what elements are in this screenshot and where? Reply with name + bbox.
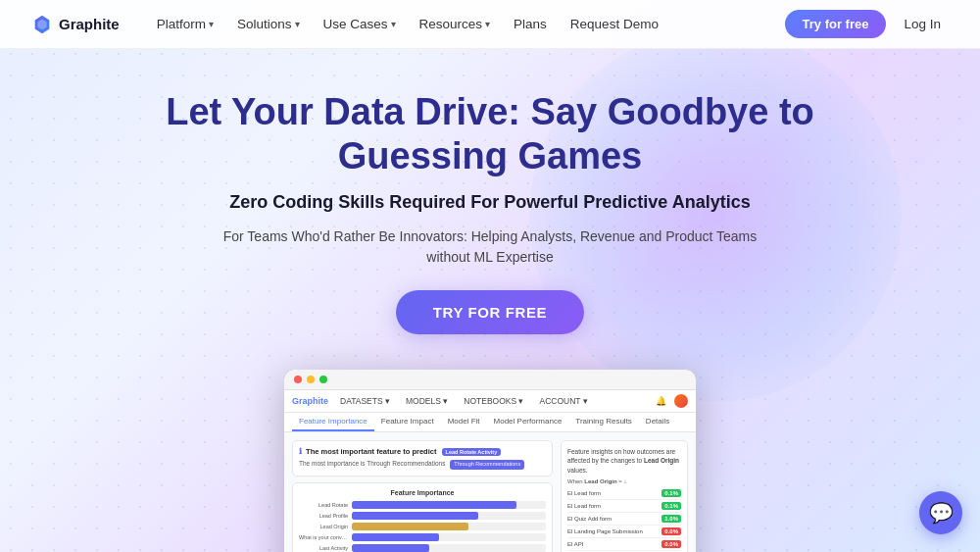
chart-bar-wrap [352,533,546,541]
chart-bar-label: Lead Origin [299,524,348,529]
chart-bars: Lead Rotate Lead Profile Lead Origin Wha… [299,501,546,552]
chart-title: Feature Importance [299,489,546,496]
nav-links: Platform ▾ Solutions ▾ Use Cases ▾ Resou… [147,12,785,36]
app-nav-notebooks: NOTEBOOKS ▾ [460,395,527,407]
nav-try-free-button[interactable]: Try for free [785,10,887,38]
tab-feature-importance[interactable]: Feature Importance [292,413,374,431]
impact-label: El Quiz Add form [567,516,662,522]
chart-bar-wrap [352,512,546,520]
chart-bar-wrap [352,523,546,530]
close-dot [294,376,302,383]
app-navbar: Graphite DATASETS ▾ MODELS ▾ NOTEBOOKS ▾… [284,390,696,413]
impact-rows: El Lead form 0.1% El Lead form 0.1% El Q… [567,487,681,551]
chart-bar-row: Lead Origin [299,523,546,530]
hero-subtitle: Zero Coding Skills Required For Powerful… [176,192,804,213]
graphite-logo-icon [31,14,53,35]
chevron-down-icon: ▾ [485,19,490,29]
chart-bar-row: Lead Profile [299,512,546,520]
app-screenshot: Graphite DATASETS ▾ MODELS ▾ NOTEBOOKS ▾… [284,370,696,552]
nav-plans[interactable]: Plans [504,12,557,36]
chevron-down-icon: ▾ [391,19,396,29]
navbar: Graphite Platform ▾ Solutions ▾ Use Case… [0,0,980,49]
impact-label: El Landing Page Submission [567,528,662,534]
feature-importance-chart: Feature Importance Lead Rotate Lead Prof… [292,482,553,552]
chart-bar-row: Lead Rotate [299,501,546,509]
avatar [674,394,688,408]
impact-row: El Lead form 0.1% [567,500,681,513]
info-badge-2: Through Recommendations [450,460,524,470]
feature-info-box: ℹ The most important feature to predict … [292,440,553,477]
nav-use-cases[interactable]: Use Cases ▾ [314,12,406,36]
nav-actions: Try for free Log In [785,10,949,38]
chart-bar-label: Lead Rotate [299,502,348,508]
bell-icon: 🔔 [656,396,666,406]
nav-platform[interactable]: Platform ▾ [147,12,223,36]
info-text: The most importance is Through Recommend… [299,459,546,470]
impact-row: El Quiz Add form 1.0% [567,513,681,526]
chart-bar-row: Last Activity [299,544,546,552]
hero-cta-button[interactable]: TRY FOR FREE [396,290,584,334]
impact-value: 0.1% [662,489,681,497]
info-title: ℹ The most important feature to predict … [299,447,546,456]
feature-impact-box: Feature insights on how outcomes are aff… [561,440,688,552]
content-left: ℹ The most important feature to predict … [292,440,553,552]
hero-description: For Teams Who'd Rather Be Innovators: He… [216,226,764,269]
impact-row: El Landing Page Submission 0.0% [567,526,681,538]
nav-solutions[interactable]: Solutions ▾ [227,12,310,36]
impact-value: 1.0% [662,515,681,523]
chart-bar-fill [352,512,478,520]
chart-bar-label: Lead Profile [299,513,348,519]
chart-bar-fill [352,501,516,509]
impact-title: Feature insights on how outcomes are aff… [567,447,681,475]
impact-label: El Lead form [567,503,662,509]
impact-label: El Lead form [567,490,662,496]
tab-details[interactable]: Details [639,413,676,431]
video-container: Graphite DATASETS ▾ MODELS ▾ NOTEBOOKS ▾… [284,370,696,552]
app-nav-models: MODELS ▾ [402,395,452,407]
impact-value: 0.1% [662,502,681,510]
chevron-down-icon: ▾ [295,19,300,29]
chevron-down-icon: ▾ [209,19,214,29]
tab-model-performance[interactable]: Model Performance [487,413,569,431]
maximize-dot [319,376,327,383]
impact-label: El API [567,541,662,547]
chart-bar-label: What is your conver... [299,534,348,540]
app-logo: Graphite [292,396,328,406]
nav-request-demo[interactable]: Request Demo [561,12,668,36]
impact-row: El API 0.0% [567,538,681,551]
tab-training-results[interactable]: Training Results [568,413,639,431]
chart-bar-fill [352,544,429,552]
nav-logo[interactable]: Graphite [31,14,120,35]
impact-row: El Lead form 0.1% [567,487,681,500]
tab-model-fit[interactable]: Model Fit [441,413,487,431]
nav-login-button[interactable]: Log In [896,12,949,36]
chart-bar-wrap [352,501,546,509]
chat-icon: 💬 [929,501,954,525]
browser-toolbar [284,370,696,390]
hero-section: Let Your Data Drive: Say Goodbye to Gues… [0,49,980,352]
chart-bar-wrap [352,544,546,552]
app-tabs: Feature Importance Feature Impact Model … [284,413,696,432]
info-icon: ℹ [299,447,302,456]
info-badge: Lead Rotate Activity [442,448,502,456]
tab-feature-impact[interactable]: Feature Impact [374,413,441,431]
impact-subtitle: When Lead Origin = ↓ [567,478,681,484]
impact-value: 0.0% [662,527,681,535]
logo-text: Graphite [59,16,120,32]
impact-value: 0.0% [662,540,681,548]
chat-bubble[interactable]: 💬 [919,491,962,534]
nav-resources[interactable]: Resources ▾ [410,12,501,36]
chart-bar-fill [352,533,439,541]
app-content: ℹ The most important feature to predict … [284,432,696,552]
chart-bar-label: Last Activity [299,545,348,551]
chart-bar-row: What is your conver... [299,533,546,541]
minimize-dot [307,376,315,383]
app-nav-account: ACCOUNT ▾ [535,395,591,407]
chart-bar-fill [352,523,468,530]
hero-title: Let Your Data Drive: Say Goodbye to Gues… [157,90,823,178]
app-nav-datasets: DATASETS ▾ [336,395,394,407]
content-right: Feature insights on how outcomes are aff… [561,440,688,552]
